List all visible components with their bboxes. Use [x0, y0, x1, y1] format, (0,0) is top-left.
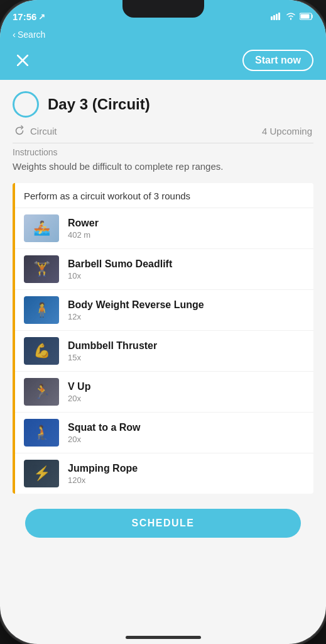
- home-indicator: [126, 636, 201, 639]
- exercise-detail: 20x: [68, 435, 305, 444]
- exercise-item[interactable]: 🏋️ Barbell Sumo Deadlift 10x: [15, 249, 313, 290]
- main-content: Day 3 (Circuit) Circuit 4 Upcoming Instr…: [0, 80, 326, 494]
- instructions-label: Instructions: [13, 147, 313, 157]
- exercise-detail: 120x: [68, 475, 305, 485]
- exercise-detail: 402 m: [68, 230, 305, 240]
- exercise-figure-icon: 🧎: [24, 419, 59, 447]
- circuit-left: Circuit: [14, 125, 57, 136]
- battery-icon: [300, 13, 313, 20]
- exercise-figure-icon: 💪: [24, 337, 59, 365]
- svg-rect-6: [301, 14, 310, 19]
- exercise-thumb: 🏃: [24, 378, 59, 406]
- exercise-detail: 10x: [68, 271, 305, 280]
- instructions-text: Weights should be difficult to complete …: [13, 160, 313, 173]
- schedule-btn-wrap: SCHEDULE: [0, 502, 326, 550]
- exercise-item[interactable]: 🧍 Body Weight Reverse Lunge 12x: [15, 290, 313, 331]
- exercise-thumb: ⚡: [24, 460, 59, 487]
- exercise-list: 🚣 Rower 402 m 🏋️ Barbell Sumo Deadlift 1…: [15, 208, 313, 494]
- exercise-thumb: 🧍: [24, 296, 59, 324]
- exercise-thumb: 🚣: [24, 214, 59, 242]
- circuit-row: Circuit 4 Upcoming: [13, 125, 313, 136]
- day-title: Day 3 (Circuit): [48, 96, 150, 113]
- svg-rect-0: [271, 16, 273, 20]
- svg-rect-3: [278, 13, 280, 20]
- back-label: Search: [18, 30, 45, 40]
- exercise-detail: 15x: [68, 353, 305, 362]
- day-circle-icon: [13, 91, 39, 118]
- divider-1: [13, 143, 313, 143]
- exercise-info: Barbell Sumo Deadlift 10x: [68, 258, 305, 280]
- start-now-button[interactable]: Start now: [242, 50, 313, 71]
- svg-point-4: [290, 18, 291, 19]
- svg-rect-2: [276, 14, 278, 20]
- exercise-name: Dumbbell Thruster: [68, 340, 305, 352]
- exercise-item[interactable]: 🧎 Squat to a Row 20x: [15, 413, 313, 453]
- exercise-info: Body Weight Reverse Lunge 12x: [68, 299, 305, 321]
- exercise-thumb: 💪: [24, 337, 59, 365]
- exercise-figure-icon: ⚡: [24, 460, 59, 487]
- notch: [122, 0, 204, 18]
- exercise-info: Dumbbell Thruster 15x: [68, 340, 305, 362]
- exercise-info: Jumping Rope 120x: [68, 463, 305, 485]
- exercise-detail: 20x: [68, 394, 305, 403]
- day-header: Day 3 (Circuit): [13, 91, 313, 118]
- refresh-icon: [14, 125, 25, 136]
- exercise-figure-icon: 🏋️: [24, 255, 59, 283]
- signal-icon: [271, 13, 282, 20]
- exercise-item[interactable]: 🚣 Rower 402 m: [15, 208, 313, 249]
- exercise-info: V Up 20x: [68, 381, 305, 403]
- status-time: 17:56 ↗: [13, 11, 45, 22]
- exercise-item[interactable]: 🏃 V Up 20x: [15, 372, 313, 413]
- time-display: 17:56: [13, 11, 36, 22]
- exercise-list-container: Perform as a circuit workout of 3 rounds…: [13, 183, 313, 494]
- search-back-bar: ‹ Search: [0, 28, 326, 43]
- app-header: Start now: [0, 43, 326, 80]
- exercise-name: Jumping Rope: [68, 463, 305, 474]
- exercise-figure-icon: 🧍: [24, 296, 59, 324]
- exercise-info: Squat to a Row 20x: [68, 422, 305, 444]
- exercise-name: V Up: [68, 381, 305, 392]
- circuit-label: Circuit: [30, 126, 57, 136]
- exercise-thumb: 🏋️: [24, 255, 59, 283]
- back-to-search[interactable]: ‹ Search: [13, 29, 45, 40]
- upcoming-count: 4 Upcoming: [262, 126, 312, 136]
- exercise-name: Squat to a Row: [68, 422, 305, 433]
- exercise-name: Barbell Sumo Deadlift: [68, 258, 305, 270]
- schedule-button[interactable]: SCHEDULE: [25, 509, 301, 538]
- exercise-thumb: 🧎: [24, 419, 59, 447]
- circuit-note: Perform as a circuit workout of 3 rounds: [15, 183, 313, 208]
- back-chevron-icon: ‹: [13, 29, 16, 40]
- exercise-item[interactable]: 💪 Dumbbell Thruster 15x: [15, 331, 313, 372]
- exercise-figure-icon: 🚣: [24, 214, 59, 242]
- exercise-name: Rower: [68, 218, 305, 229]
- exercise-item[interactable]: ⚡ Jumping Rope 120x: [15, 453, 313, 494]
- status-bar: 17:56 ↗: [0, 0, 326, 28]
- exercise-figure-icon: 🏃: [24, 378, 59, 406]
- location-icon: ↗: [38, 12, 45, 21]
- status-icons: [271, 13, 313, 20]
- exercise-name: Body Weight Reverse Lunge: [68, 299, 305, 311]
- exercise-detail: 12x: [68, 312, 305, 321]
- exercise-info: Rower 402 m: [68, 218, 305, 240]
- close-button[interactable]: [13, 50, 33, 70]
- svg-rect-1: [273, 15, 275, 20]
- wifi-icon: [286, 13, 296, 20]
